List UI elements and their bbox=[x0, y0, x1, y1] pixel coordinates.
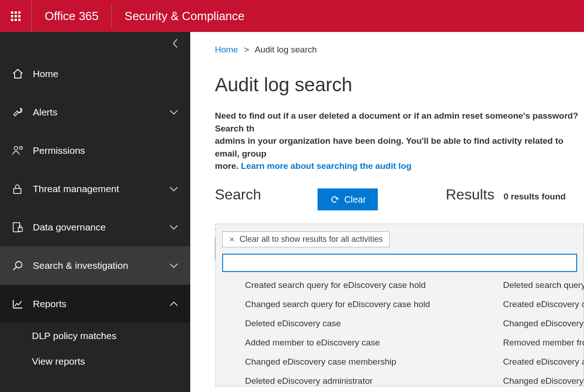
activity-option[interactable]: Changed eDiscovery case membership bbox=[245, 357, 430, 367]
chevron-up-icon bbox=[169, 301, 178, 307]
activity-option[interactable]: Changed eDiscovery a bbox=[503, 376, 584, 386]
activity-option[interactable]: Removed member fro bbox=[503, 338, 584, 348]
close-icon: ✕ bbox=[229, 235, 235, 244]
sidebar-item-reports[interactable]: Reports bbox=[0, 285, 190, 323]
wrench-icon bbox=[12, 106, 33, 118]
lock-icon bbox=[12, 183, 33, 195]
activities-dropdown-panel: ✕ Clear all to show results for all acti… bbox=[215, 224, 584, 387]
activity-option[interactable]: Deleted eDiscovery administrator bbox=[245, 376, 430, 386]
chart-icon bbox=[12, 298, 33, 310]
chevron-down-icon bbox=[169, 109, 178, 115]
svg-point-5 bbox=[16, 261, 22, 268]
sidebar-subitem-dlp-policy-matches[interactable]: DLP policy matches bbox=[0, 323, 190, 349]
activity-option[interactable]: Changed search query for eDiscovery case… bbox=[245, 299, 430, 309]
dropdown-column-2: Deleted search query f Created eDiscover… bbox=[503, 280, 584, 386]
sidebar-item-label: Threat management bbox=[33, 183, 169, 194]
svg-point-0 bbox=[14, 146, 18, 150]
people-icon bbox=[12, 145, 33, 157]
page-description: Need to find out if a user deleted a doc… bbox=[215, 110, 584, 172]
search-heading: Search bbox=[215, 186, 261, 203]
chevron-left-icon bbox=[172, 38, 178, 48]
brand-label[interactable]: Office 365 bbox=[32, 5, 112, 27]
sidebar-item-data-governance[interactable]: Data governance bbox=[0, 208, 190, 246]
page-title: Audit log search bbox=[215, 74, 584, 96]
activity-option[interactable]: Deleted search query f bbox=[503, 280, 584, 290]
clear-button[interactable]: Clear bbox=[318, 188, 378, 210]
sidebar: Home Alerts Permissions Threat managemen… bbox=[0, 32, 190, 392]
sidebar-item-permissions[interactable]: Permissions bbox=[0, 131, 190, 170]
clear-all-activities-chip[interactable]: ✕ Clear all to show results for all acti… bbox=[222, 231, 390, 247]
top-header: Office 365 Security & Compliance bbox=[0, 0, 584, 32]
home-icon bbox=[12, 68, 33, 80]
svg-point-1 bbox=[20, 146, 22, 149]
sidebar-collapse-button[interactable] bbox=[172, 38, 178, 48]
device-lock-icon bbox=[12, 221, 33, 233]
svg-rect-4 bbox=[18, 228, 22, 231]
sidebar-item-alerts[interactable]: Alerts bbox=[0, 93, 190, 131]
sidebar-item-label: Data governance bbox=[33, 222, 169, 233]
results-heading: Results bbox=[446, 186, 495, 203]
breadcrumb-separator: > bbox=[244, 45, 249, 54]
sidebar-item-label: Reports bbox=[33, 298, 169, 309]
search-icon bbox=[12, 260, 33, 272]
sidebar-item-home[interactable]: Home bbox=[0, 55, 190, 93]
activity-option[interactable]: Changed eDiscovery c bbox=[503, 319, 584, 329]
sidebar-item-search-investigation[interactable]: Search & investigation bbox=[0, 246, 190, 285]
sidebar-item-threat-management[interactable]: Threat management bbox=[0, 170, 190, 208]
app-name-label[interactable]: Security & Compliance bbox=[112, 9, 257, 23]
breadcrumb-current: Audit log search bbox=[255, 45, 317, 54]
activities-search-input[interactable] bbox=[222, 254, 577, 272]
sidebar-item-label: Search & investigation bbox=[33, 260, 169, 271]
sidebar-subitem-view-reports[interactable]: View reports bbox=[0, 349, 190, 374]
learn-more-link[interactable]: Learn more about searching the audit log bbox=[241, 161, 412, 171]
activity-option[interactable]: Deleted eDiscovery case bbox=[245, 319, 430, 329]
app-launcher-button[interactable] bbox=[0, 0, 32, 32]
activity-option[interactable]: Created eDiscovery ca bbox=[503, 299, 584, 309]
sidebar-item-label: Permissions bbox=[33, 145, 178, 156]
sidebar-item-label: Home bbox=[33, 68, 178, 79]
activity-option[interactable]: Added member to eDiscovery case bbox=[245, 338, 430, 348]
svg-rect-2 bbox=[14, 188, 21, 193]
waffle-icon bbox=[11, 11, 21, 21]
undo-icon bbox=[329, 194, 339, 204]
chevron-down-icon bbox=[169, 224, 178, 230]
activity-option[interactable]: Created search query for eDiscovery case… bbox=[245, 280, 430, 290]
sidebar-item-label: Alerts bbox=[33, 107, 169, 118]
chevron-down-icon bbox=[169, 186, 178, 192]
dropdown-column-1: Created search query for eDiscovery case… bbox=[245, 280, 430, 386]
breadcrumb: Home > Audit log search bbox=[215, 45, 584, 55]
results-count: 0 results found bbox=[504, 192, 566, 202]
activity-option[interactable]: Created eDiscovery ad bbox=[503, 357, 584, 367]
chevron-down-icon bbox=[169, 262, 178, 269]
breadcrumb-home-link[interactable]: Home bbox=[215, 45, 238, 54]
